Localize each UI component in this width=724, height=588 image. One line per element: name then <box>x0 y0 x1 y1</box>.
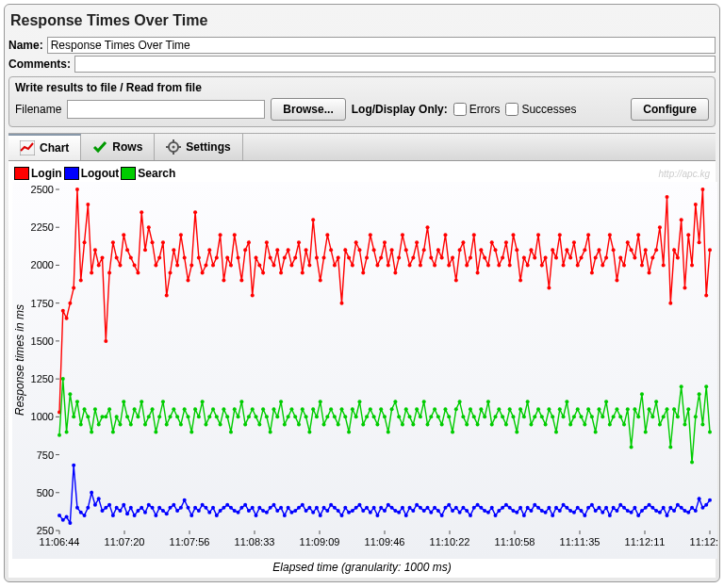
svg-point-289 <box>257 506 261 510</box>
svg-point-544 <box>515 430 518 433</box>
svg-point-517 <box>419 415 422 418</box>
svg-point-350 <box>476 503 480 507</box>
svg-point-382 <box>590 503 594 507</box>
svg-point-249 <box>115 506 119 510</box>
browse-button[interactable]: Browse... <box>271 98 345 121</box>
svg-point-189 <box>554 255 558 259</box>
svg-point-60 <box>93 248 97 252</box>
svg-point-176 <box>508 263 512 267</box>
svg-point-581 <box>648 407 651 411</box>
svg-point-243 <box>93 503 97 507</box>
svg-point-142 <box>387 263 390 267</box>
svg-point-58 <box>86 203 90 206</box>
svg-point-307 <box>322 506 326 510</box>
svg-point-537 <box>490 422 494 426</box>
svg-point-251 <box>122 503 125 507</box>
svg-point-366 <box>533 503 536 507</box>
svg-point-584 <box>658 422 662 426</box>
svg-point-74 <box>143 248 147 252</box>
svg-point-136 <box>365 255 369 259</box>
svg-point-498 <box>351 407 354 411</box>
svg-point-433 <box>118 422 122 426</box>
svg-point-342 <box>447 503 451 507</box>
svg-point-86 <box>186 279 189 283</box>
svg-point-586 <box>666 407 669 411</box>
svg-point-111 <box>275 248 279 252</box>
svg-point-476 <box>272 407 275 411</box>
comments-input[interactable] <box>74 56 716 73</box>
svg-point-509 <box>390 407 394 411</box>
svg-point-483 <box>297 422 301 426</box>
configure-button[interactable]: Configure <box>631 98 709 121</box>
svg-point-302 <box>304 509 308 513</box>
errors-check-input[interactable] <box>453 103 467 116</box>
svg-point-388 <box>612 506 616 510</box>
svg-point-546 <box>522 415 526 418</box>
svg-point-511 <box>397 415 401 418</box>
svg-point-130 <box>343 248 347 252</box>
svg-point-186 <box>544 255 548 259</box>
svg-point-558 <box>565 400 568 403</box>
svg-point-458 <box>207 415 211 418</box>
svg-point-540 <box>501 415 504 418</box>
svg-point-256 <box>140 506 143 510</box>
svg-point-205 <box>612 248 616 252</box>
svg-point-240 <box>83 514 87 517</box>
svg-point-183 <box>533 255 536 259</box>
tab-chart[interactable]: Chart <box>8 134 81 160</box>
svg-point-241 <box>86 506 90 510</box>
svg-point-379 <box>580 509 584 513</box>
svg-point-66 <box>115 255 119 259</box>
filename-input[interactable] <box>67 100 265 119</box>
svg-point-329 <box>401 506 404 510</box>
svg-point-411 <box>694 509 698 513</box>
chart-area: Login Logout Search http://apc.kg 250500… <box>8 161 716 578</box>
svg-text:Response times in ms: Response times in ms <box>13 304 26 416</box>
svg-point-259 <box>151 506 155 510</box>
svg-point-577 <box>633 407 636 411</box>
svg-point-84 <box>179 233 183 237</box>
svg-point-214 <box>644 248 648 252</box>
svg-point-461 <box>219 422 222 426</box>
svg-point-59 <box>90 270 93 274</box>
svg-point-336 <box>425 506 429 510</box>
name-input[interactable] <box>47 37 716 54</box>
svg-point-271 <box>193 506 197 510</box>
svg-point-281 <box>229 506 233 510</box>
svg-point-330 <box>404 514 408 517</box>
svg-point-117 <box>297 240 301 244</box>
svg-point-426 <box>93 407 97 411</box>
svg-point-272 <box>197 509 201 513</box>
svg-point-213 <box>640 263 644 267</box>
logdisplay-label: Log/Display Only: <box>352 103 448 116</box>
successes-check-input[interactable] <box>505 103 518 116</box>
svg-point-346 <box>461 506 465 510</box>
svg-point-319 <box>365 506 369 510</box>
svg-point-466 <box>237 415 240 418</box>
svg-point-552 <box>544 422 548 426</box>
svg-point-311 <box>337 509 340 513</box>
successes-checkbox[interactable]: Successes <box>505 103 576 116</box>
svg-point-266 <box>175 509 179 513</box>
errors-checkbox[interactable]: Errors <box>453 103 501 116</box>
svg-point-387 <box>608 514 612 517</box>
svg-point-481 <box>289 407 293 411</box>
svg-point-105 <box>255 255 258 259</box>
svg-point-132 <box>351 263 354 267</box>
legend-logout: Logout <box>64 167 120 180</box>
svg-point-169 <box>483 255 486 259</box>
svg-point-317 <box>357 503 361 507</box>
svg-point-126 <box>329 248 333 252</box>
svg-point-539 <box>497 407 501 411</box>
svg-point-525 <box>447 415 451 418</box>
tab-rows[interactable]: Rows <box>81 134 155 160</box>
svg-point-100 <box>237 255 240 259</box>
svg-point-505 <box>375 422 379 426</box>
svg-point-391 <box>622 506 626 510</box>
svg-point-252 <box>125 512 129 515</box>
svg-text:2250: 2250 <box>31 221 54 233</box>
svg-point-200 <box>594 255 598 259</box>
svg-point-270 <box>189 514 193 517</box>
tab-settings[interactable]: Settings <box>155 134 242 160</box>
svg-point-135 <box>361 270 365 274</box>
